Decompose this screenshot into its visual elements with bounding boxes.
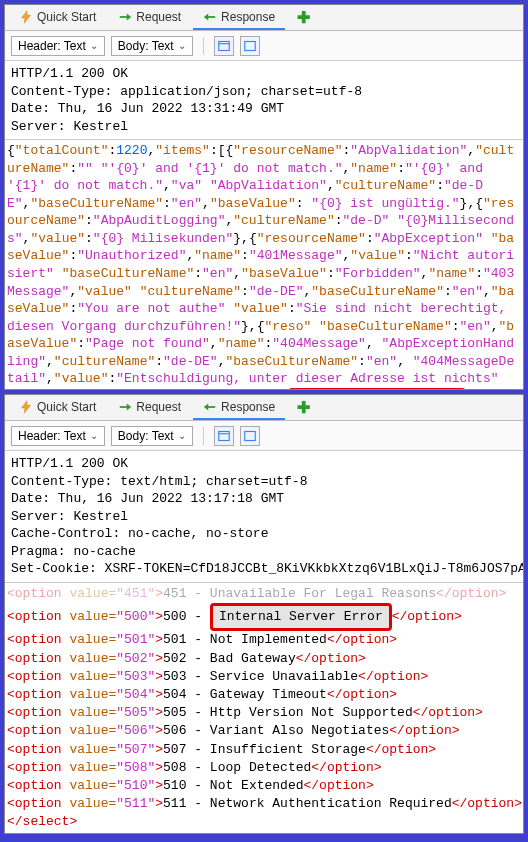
tab-label: Quick Start <box>37 400 96 414</box>
body-view-combo[interactable]: Body: Text ⌄ <box>111 426 193 446</box>
view-mode-button-1[interactable] <box>214 36 234 56</box>
header-view-combo[interactable]: Header: Text ⌄ <box>11 36 105 56</box>
add-tab-button[interactable]: ✚ <box>287 8 320 27</box>
response-panel-2: Quick Start Request Response ✚ Header: T… <box>4 394 524 834</box>
arrow-right-icon <box>118 400 132 414</box>
response-headers[interactable]: HTTP/1.1 200 OK Content-Type: text/html;… <box>5 451 523 582</box>
tab-response[interactable]: Response <box>193 6 285 30</box>
svg-rect-15 <box>244 431 255 440</box>
svg-rect-7 <box>244 41 255 50</box>
tab-request[interactable]: Request <box>108 396 191 420</box>
tab-label: Response <box>221 400 275 414</box>
panel-icon <box>244 430 256 442</box>
tab-label: Request <box>136 400 181 414</box>
tabs-bar: Quick Start Request Response ✚ <box>5 5 523 31</box>
lightning-icon <box>19 400 33 414</box>
header-view-combo[interactable]: Header: Text ⌄ <box>11 426 105 446</box>
svg-rect-13 <box>218 431 229 440</box>
svg-rect-5 <box>218 41 229 50</box>
tab-label: Response <box>221 10 275 24</box>
tab-quick-start[interactable]: Quick Start <box>9 396 106 420</box>
panel-icon <box>218 40 230 52</box>
arrow-left-icon <box>203 400 217 414</box>
tab-label: Request <box>136 10 181 24</box>
highlight-internal-server-error: Internal Server Error <box>210 603 392 631</box>
response-body-json[interactable]: {"totalCount":1220,"items":[{"resourceNa… <box>5 139 523 389</box>
svg-marker-4 <box>204 13 208 20</box>
combo-label: Body: Text <box>118 429 174 443</box>
response-panel-1: Quick Start Request Response ✚ Header: T… <box>4 4 524 390</box>
toolbar: Header: Text ⌄ Body: Text ⌄ <box>5 31 523 61</box>
plus-icon: ✚ <box>297 9 310 26</box>
tab-request[interactable]: Request <box>108 6 191 30</box>
highlight-internal-server-error: Internal Server Error <box>288 388 466 389</box>
svg-marker-12 <box>204 403 208 410</box>
svg-marker-2 <box>127 13 131 20</box>
chevron-down-icon: ⌄ <box>90 40 98 51</box>
tab-label: Quick Start <box>37 10 96 24</box>
combo-label: Header: Text <box>18 39 86 53</box>
tab-response[interactable]: Response <box>193 396 285 420</box>
arrow-right-icon <box>118 10 132 24</box>
plus-icon: ✚ <box>297 399 310 416</box>
chevron-down-icon: ⌄ <box>178 40 186 51</box>
chevron-down-icon: ⌄ <box>90 430 98 441</box>
separator <box>203 37 204 55</box>
combo-label: Body: Text <box>118 39 174 53</box>
panel-icon <box>218 430 230 442</box>
view-mode-button-2[interactable] <box>240 426 260 446</box>
lightning-icon <box>19 10 33 24</box>
svg-marker-0 <box>22 10 31 22</box>
response-headers[interactable]: HTTP/1.1 200 OK Content-Type: applicatio… <box>5 61 523 139</box>
tabs-bar: Quick Start Request Response ✚ <box>5 395 523 421</box>
panel-icon <box>244 40 256 52</box>
arrow-left-icon <box>203 10 217 24</box>
view-mode-button-2[interactable] <box>240 36 260 56</box>
combo-label: Header: Text <box>18 429 86 443</box>
separator <box>203 427 204 445</box>
tab-quick-start[interactable]: Quick Start <box>9 6 106 30</box>
body-view-combo[interactable]: Body: Text ⌄ <box>111 36 193 56</box>
chevron-down-icon: ⌄ <box>178 430 186 441</box>
svg-marker-8 <box>22 401 31 413</box>
svg-marker-10 <box>127 403 131 410</box>
toolbar: Header: Text ⌄ Body: Text ⌄ <box>5 421 523 451</box>
view-mode-button-1[interactable] <box>214 426 234 446</box>
response-body-html[interactable]: <option value="451">451 - Unavailable Fo… <box>5 582 523 833</box>
add-tab-button[interactable]: ✚ <box>287 398 320 417</box>
